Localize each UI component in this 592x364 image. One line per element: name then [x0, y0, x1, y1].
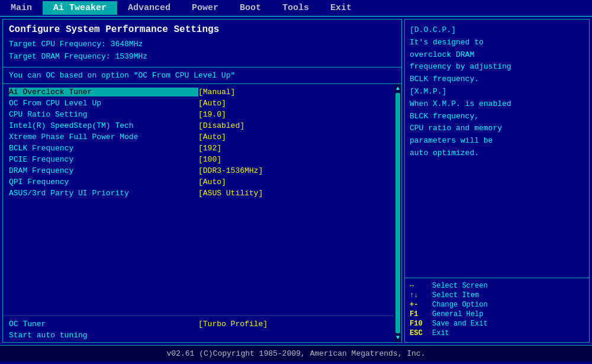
help-text: [D.O.C.P.]It's designed tooverclock DRAM… — [405, 20, 589, 278]
menu-item-main[interactable]: Main — [0, 1, 43, 15]
key-desc: Save and Exit — [432, 320, 488, 328]
setting-value: [19.0] — [198, 110, 388, 119]
help-line: auto optimized. — [410, 147, 584, 160]
setting-value: [Manual] — [198, 88, 388, 96]
scroll-up-icon[interactable]: ▲ — [396, 85, 400, 92]
content-area: Configure System Performance Settings Ta… — [0, 17, 592, 345]
setting-row[interactable]: DRAM Frequency[DDR3-1536MHz] — [9, 165, 388, 176]
setting-name: QPI Frequency — [9, 178, 198, 186]
help-line: When X.M.P. is enabled — [410, 98, 584, 111]
setting-row[interactable]: BCLK Frequency[192] — [9, 143, 388, 154]
cpu-freq: Target CPU Frequency: 3648MHz — [9, 38, 395, 51]
setting-row[interactable]: CPU Ratio Setting[19.0] — [9, 109, 388, 120]
menu-bar: MainAi TweakerAdvancedPowerBootToolsExit — [0, 0, 592, 17]
key-row: +-Change Option — [410, 301, 584, 309]
key-desc: General Help — [432, 310, 483, 318]
setting-row[interactable]: QPI Frequency[Auto] — [9, 176, 388, 188]
page-title: Configure System Performance Settings — [9, 24, 395, 35]
left-inner: Ai Overclock Tuner[Manual]OC From CPU Le… — [3, 84, 401, 342]
left-panel: Configure System Performance Settings Ta… — [2, 19, 402, 343]
freq-info: Target CPU Frequency: 3648MHz Target DRA… — [9, 38, 395, 63]
key-desc: Exit — [432, 329, 449, 337]
key-row: ↔Select Screen — [410, 282, 584, 290]
scroll-thumb[interactable] — [395, 93, 400, 333]
start-auto-label: Start auto tuning — [9, 331, 198, 340]
start-auto-row[interactable]: Start auto tuning — [9, 330, 388, 341]
key-desc: Select Item — [432, 291, 479, 299]
oc-note: You can OC based on option "OC From CPU … — [3, 67, 401, 84]
setting-value: [ASUS Utility] — [198, 189, 388, 198]
menu-item-tools[interactable]: Tools — [272, 1, 320, 15]
setting-value: [Auto] — [198, 99, 388, 108]
scroll-down-icon[interactable]: ▼ — [396, 334, 400, 341]
setting-name: PCIE Frequency — [9, 155, 198, 164]
help-line: BLCK frequency, — [410, 111, 584, 123]
oc-tuner-row[interactable]: OC Tuner [Turbo Profile] — [9, 318, 388, 330]
menu-item-power[interactable]: Power — [181, 1, 229, 15]
oc-tuner-label: OC Tuner — [9, 320, 198, 328]
key-code: ↑↓ — [410, 291, 432, 299]
menu-item-boot[interactable]: Boot — [229, 1, 272, 15]
key-code: ESC — [410, 329, 432, 337]
help-line: parameters will be — [410, 135, 584, 147]
key-row: F10Save and Exit — [410, 320, 584, 328]
menu-item-exit[interactable]: Exit — [320, 1, 362, 15]
setting-value: [Auto] — [198, 133, 388, 141]
key-row: F1General Help — [410, 310, 584, 318]
setting-name: ASUS/3rd Party UI Priority — [9, 189, 198, 198]
key-desc: Select Screen — [432, 282, 488, 290]
help-line: frequency by adjusting — [410, 61, 584, 73]
settings-area: Ai Overclock Tuner[Manual]OC From CPU Le… — [3, 84, 394, 342]
key-row: ESCExit — [410, 329, 584, 337]
setting-name: Ai Overclock Tuner — [9, 88, 198, 96]
menu-item-advanced[interactable]: Advanced — [117, 1, 181, 15]
footer-text: v02.61 (C)Copyright 1985-2009, American … — [167, 349, 426, 358]
setting-name: BCLK Frequency — [9, 144, 198, 153]
dram-freq: Target DRAM Frequency: 1539MHz — [9, 51, 395, 63]
key-row: ↑↓Select Item — [410, 291, 584, 299]
help-line: overclock DRAM — [410, 49, 584, 62]
menu-item-ai-tweaker[interactable]: Ai Tweaker — [43, 1, 117, 15]
setting-value: [DDR3-1536MHz] — [198, 166, 388, 175]
setting-name: DRAM Frequency — [9, 166, 198, 175]
setting-row[interactable]: Xtreme Phase Full Power Mode[Auto] — [9, 131, 388, 143]
setting-value: [Disabled] — [198, 121, 388, 130]
key-code: ↔ — [410, 282, 432, 290]
setting-name: Intel(R) SpeedStep(TM) Tech — [9, 121, 198, 130]
setting-value: [100] — [198, 155, 388, 164]
key-code: F1 — [410, 310, 432, 318]
scrollbar[interactable]: ▲ ▼ — [394, 84, 401, 342]
setting-name: Xtreme Phase Full Power Mode — [9, 133, 198, 141]
help-line: CPU ratio and memory — [410, 123, 584, 135]
help-line: [X.M.P.] — [410, 86, 584, 98]
setting-value: [Auto] — [198, 178, 388, 186]
key-desc: Change Option — [432, 301, 488, 309]
key-code: F10 — [410, 320, 432, 328]
help-line: BCLK frequency. — [410, 73, 584, 86]
setting-row[interactable]: Intel(R) SpeedStep(TM) Tech[Disabled] — [9, 120, 388, 131]
setting-name: OC From CPU Level Up — [9, 99, 198, 108]
left-header: Configure System Performance Settings Ta… — [3, 20, 401, 67]
right-panel: [D.O.C.P.]It's designed tooverclock DRAM… — [404, 19, 590, 343]
key-code: +- — [410, 301, 432, 309]
key-legend: ↔Select Screen↑↓Select Item+-Change Opti… — [405, 278, 589, 342]
setting-row[interactable]: OC From CPU Level Up[Auto] — [9, 98, 388, 109]
setting-name: CPU Ratio Setting — [9, 110, 198, 119]
settings-list: Ai Overclock Tuner[Manual]OC From CPU Le… — [3, 84, 394, 315]
bottom-bar: v02.61 (C)Copyright 1985-2009, American … — [0, 345, 592, 362]
setting-row[interactable]: ASUS/3rd Party UI Priority[ASUS Utility] — [9, 188, 388, 199]
setting-row[interactable]: PCIE Frequency[100] — [9, 154, 388, 165]
setting-value: [192] — [198, 144, 388, 153]
help-line: It's designed to — [410, 37, 584, 49]
setting-row[interactable]: Ai Overclock Tuner[Manual] — [9, 86, 388, 98]
oc-tuner-value: [Turbo Profile] — [198, 320, 388, 328]
help-line: [D.O.C.P.] — [410, 24, 584, 37]
